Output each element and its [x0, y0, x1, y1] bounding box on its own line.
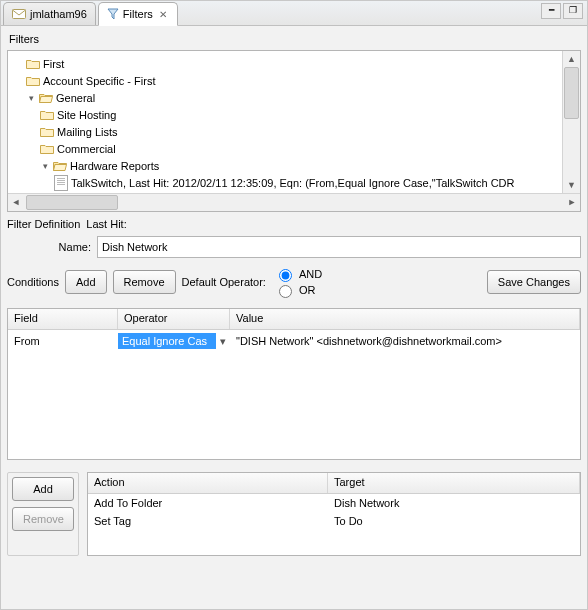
- and-radio-input[interactable]: [279, 269, 292, 282]
- tree-node-label: Mailing Lists: [57, 126, 118, 138]
- col-target-header[interactable]: Target: [328, 473, 580, 493]
- scroll-up-icon[interactable]: ▲: [564, 51, 579, 67]
- default-operator-group: AND OR: [274, 266, 322, 298]
- target-cell[interactable]: To Do: [328, 513, 580, 529]
- tree-node[interactable]: TalkSwitch, Last Hit: 2012/02/11 12:35:0…: [12, 174, 559, 191]
- tree-node-label: First: [43, 58, 64, 70]
- actions-buttons: Add Remove: [7, 472, 79, 556]
- action-row[interactable]: Set Tag To Do: [88, 512, 580, 530]
- condition-value-cell[interactable]: "DISH Network" <dishnetwork@dishnetworkm…: [230, 333, 580, 349]
- folder-icon: [40, 126, 54, 138]
- folder-icon: [40, 143, 54, 155]
- chevron-down-icon[interactable]: ▾: [216, 335, 230, 348]
- filter-definition-header: Filter Definition Last Hit:: [7, 218, 581, 230]
- filters-editor-window: jmlatham96 Filters ✕ ━ ❐ Filters First: [0, 0, 588, 610]
- or-radio-label: OR: [299, 284, 316, 296]
- save-changes-button[interactable]: Save Changes: [487, 270, 581, 294]
- col-field-header[interactable]: Field: [8, 309, 118, 329]
- last-hit-label: Last Hit:: [86, 218, 126, 230]
- tree-node-label: Hardware Reports: [70, 160, 159, 172]
- conditions-grid-header: Field Operator Value: [8, 309, 580, 330]
- tab-bar: jmlatham96 Filters ✕ ━ ❐: [1, 1, 587, 26]
- tree-node[interactable]: Account Specific - First: [12, 72, 559, 89]
- folder-open-icon: [39, 92, 53, 104]
- actions-grid-header: Action Target: [88, 473, 580, 494]
- name-input[interactable]: [97, 236, 581, 258]
- condition-operator-cell[interactable]: Equal Ignore Cas ▾: [118, 333, 230, 349]
- tree-node-label: TalkSwitch, Last Hit: 2012/02/11 12:35:0…: [71, 177, 515, 189]
- scroll-left-icon[interactable]: ◄: [8, 195, 24, 210]
- name-row: Name:: [7, 236, 581, 258]
- condition-field-cell[interactable]: From: [8, 333, 118, 349]
- or-radio-input[interactable]: [279, 285, 292, 298]
- actions-grid: Action Target Add To Folder Dish Network…: [87, 472, 581, 556]
- col-value-header[interactable]: Value: [230, 309, 580, 329]
- action-row[interactable]: Add To Folder Dish Network: [88, 494, 580, 512]
- add-action-button[interactable]: Add: [12, 477, 74, 501]
- expand-icon[interactable]: ▾: [40, 161, 50, 171]
- folder-icon: [26, 75, 40, 87]
- close-icon[interactable]: ✕: [157, 8, 169, 20]
- tree-node-label: General: [56, 92, 95, 104]
- filter-definition-label: Filter Definition: [7, 218, 80, 230]
- filters-section-label: Filters: [7, 32, 581, 46]
- scroll-down-icon[interactable]: ▼: [564, 177, 579, 193]
- filters-tree: First Account Specific - First ▾ General…: [7, 50, 581, 212]
- remove-condition-button[interactable]: Remove: [113, 270, 176, 294]
- horizontal-scrollbar[interactable]: ◄ ►: [8, 193, 580, 211]
- tree-node[interactable]: ▾ Hardware Reports: [12, 157, 559, 174]
- tree-node-label: Commercial: [57, 143, 116, 155]
- name-label: Name:: [7, 241, 91, 253]
- scroll-thumb[interactable]: [26, 195, 118, 210]
- remove-action-button[interactable]: Remove: [12, 507, 74, 531]
- tree-node[interactable]: First: [12, 55, 559, 72]
- conditions-toolbar: Conditions Add Remove Default Operator: …: [7, 266, 581, 298]
- col-operator-header[interactable]: Operator: [118, 309, 230, 329]
- content-area: Filters First Account Specific - First ▾…: [1, 26, 587, 609]
- tree-body[interactable]: First Account Specific - First ▾ General…: [8, 51, 563, 194]
- tab-account-label: jmlatham96: [30, 8, 87, 20]
- expand-icon[interactable]: ▾: [26, 93, 36, 103]
- scroll-thumb[interactable]: [564, 67, 579, 119]
- tab-filters-label: Filters: [123, 8, 153, 20]
- document-icon: [54, 175, 68, 191]
- funnel-icon: [107, 8, 119, 20]
- operator-selected[interactable]: Equal Ignore Cas: [118, 333, 216, 349]
- action-cell[interactable]: Set Tag: [88, 513, 328, 529]
- and-radio[interactable]: AND: [274, 266, 322, 282]
- tab-filters[interactable]: Filters ✕: [98, 2, 178, 26]
- tree-node[interactable]: Commercial: [12, 140, 559, 157]
- tree-node[interactable]: ▾ General: [12, 89, 559, 106]
- tree-node-label: Site Hosting: [57, 109, 116, 121]
- window-controls: ━ ❐: [541, 3, 583, 19]
- conditions-grid: Field Operator Value From Equal Ignore C…: [7, 308, 581, 460]
- tree-node[interactable]: Site Hosting: [12, 106, 559, 123]
- conditions-label: Conditions: [7, 276, 59, 288]
- or-radio[interactable]: OR: [274, 282, 322, 298]
- tab-account[interactable]: jmlatham96: [3, 2, 96, 25]
- scroll-right-icon[interactable]: ►: [564, 195, 580, 210]
- default-operator-label: Default Operator:: [182, 276, 266, 288]
- svg-rect-0: [13, 10, 26, 19]
- action-cell[interactable]: Add To Folder: [88, 495, 328, 511]
- col-action-header[interactable]: Action: [88, 473, 328, 493]
- minimize-button[interactable]: ━: [541, 3, 561, 19]
- mail-icon: [12, 8, 26, 20]
- and-radio-label: AND: [299, 268, 322, 280]
- add-condition-button[interactable]: Add: [65, 270, 107, 294]
- maximize-button[interactable]: ❐: [563, 3, 583, 19]
- folder-icon: [40, 109, 54, 121]
- tree-node-label: Account Specific - First: [43, 75, 155, 87]
- folder-icon: [26, 58, 40, 70]
- tree-node[interactable]: Mailing Lists: [12, 123, 559, 140]
- actions-section: Add Remove Action Target Add To Folder D…: [7, 472, 581, 556]
- target-cell[interactable]: Dish Network: [328, 495, 580, 511]
- vertical-scrollbar[interactable]: ▲ ▼: [562, 51, 580, 193]
- folder-open-icon: [53, 160, 67, 172]
- condition-row[interactable]: From Equal Ignore Cas ▾ "DISH Network" <…: [8, 330, 580, 352]
